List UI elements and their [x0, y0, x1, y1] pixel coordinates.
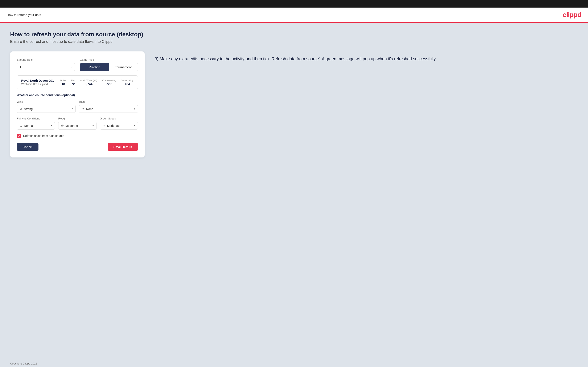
slope-rating-value: 134 — [121, 82, 133, 86]
fairway-dropdown-left: ⊙ Normal — [19, 124, 34, 128]
yards-value: 6,744 — [80, 82, 97, 86]
green-chevron-icon: ▾ — [134, 124, 135, 127]
wind-dropdown[interactable]: ≋ Strong ▾ — [17, 105, 76, 113]
fairway-label: Fairway Conditions — [17, 117, 55, 120]
rain-dropdown[interactable]: ✦ None ▾ — [79, 105, 138, 113]
starting-hole-select-wrapper: 1 2 10 ▾ — [17, 63, 75, 71]
form-actions: Cancel Save Details — [17, 143, 138, 151]
main-content: How to refresh your data from source (de… — [0, 23, 588, 359]
green-value: Moderate — [107, 124, 120, 127]
game-type-label: Game Type — [80, 58, 138, 61]
course-rating-label: Course rating — [102, 79, 116, 82]
checkmark-icon: ✓ — [18, 134, 20, 138]
refresh-checkbox-row: ✓ Refresh shots from data source — [17, 134, 138, 138]
save-button[interactable]: Save Details — [108, 143, 138, 151]
rain-chevron-icon: ▾ — [134, 108, 135, 110]
top-bar — [0, 0, 588, 8]
wind-value: Strong — [24, 107, 33, 111]
copyright: Copyright Clippd 2022 — [10, 362, 37, 365]
rain-label: Rain — [79, 100, 138, 103]
refresh-checkbox[interactable]: ✓ — [17, 134, 21, 138]
side-text: 3) Make any extra edits necessary to the… — [155, 51, 578, 62]
green-group: Green Speed ◎ Moderate ▾ — [100, 117, 138, 130]
par-value: 72 — [71, 82, 75, 86]
footer: Copyright Clippd 2022 — [0, 359, 588, 367]
game-type-buttons: Practice Tournament — [80, 63, 138, 71]
stat-yards: Yards/White (M)) 6,744 — [80, 79, 97, 86]
par-label: Par — [71, 79, 75, 82]
course-name-location: Royal North Devon GC, Westward Ho!, Engl… — [21, 79, 54, 86]
conditions-section-title: Weather and course conditions (optional) — [17, 93, 138, 97]
wind-label: Wind — [17, 100, 76, 103]
wind-group: Wind ≋ Strong ▾ — [17, 100, 76, 113]
header-title: How to refresh your data — [7, 13, 41, 17]
course-name: Royal North Devon GC, — [21, 79, 54, 82]
rough-group: Rough ⊕ Moderate ▾ — [58, 117, 96, 130]
rough-label: Rough — [58, 117, 96, 120]
stat-par: Par 72 — [71, 79, 75, 86]
starting-hole-game-type-row: Starting Hole 1 2 10 ▾ Game Type Practic… — [17, 58, 138, 71]
tournament-button[interactable]: Tournament — [109, 63, 138, 71]
page-title: How to refresh your data from source (de… — [10, 31, 578, 38]
fairway-group: Fairway Conditions ⊙ Normal ▾ — [17, 117, 55, 130]
cancel-button[interactable]: Cancel — [17, 143, 38, 151]
course-rating-value: 72.5 — [102, 82, 116, 86]
content-area: Starting Hole 1 2 10 ▾ Game Type Practic… — [10, 51, 578, 158]
fairway-dropdown[interactable]: ⊙ Normal ▾ — [17, 122, 55, 130]
starting-hole-select[interactable]: 1 2 10 — [17, 63, 75, 71]
form-panel: Starting Hole 1 2 10 ▾ Game Type Practic… — [10, 51, 145, 158]
green-dropdown-left: ◎ Moderate — [103, 124, 120, 128]
slope-rating-label: Slope rating — [121, 79, 133, 82]
stat-holes: Holes 18 — [60, 79, 66, 86]
wind-chevron-icon: ▾ — [72, 108, 73, 110]
game-type-group: Game Type Practice Tournament — [80, 58, 138, 71]
starting-hole-label: Starting Hole — [17, 58, 75, 61]
rough-dropdown[interactable]: ⊕ Moderate ▾ — [58, 122, 96, 130]
practice-button[interactable]: Practice — [80, 63, 109, 71]
rough-chevron-icon: ▾ — [93, 124, 94, 127]
wind-rain-row: Wind ≋ Strong ▾ Rain ✦ None — [17, 100, 138, 113]
rough-icon: ⊕ — [61, 124, 64, 128]
rain-dropdown-left: ✦ None — [82, 107, 93, 111]
refresh-label: Refresh shots from data source — [23, 134, 64, 138]
yards-label: Yards/White (M)) — [80, 79, 97, 82]
side-text-paragraph: 3) Make any extra edits necessary to the… — [155, 56, 578, 62]
wind-dropdown-left: ≋ Strong — [19, 107, 33, 111]
header: How to refresh your data clippd — [0, 8, 588, 23]
holes-label: Holes — [60, 79, 66, 82]
rough-value: Moderate — [65, 124, 78, 127]
rain-value: None — [86, 107, 93, 111]
course-info-box: Royal North Devon GC, Westward Ho!, Engl… — [17, 75, 138, 89]
page-subtitle: Ensure the correct and most up to date d… — [10, 40, 578, 44]
wind-icon: ≋ — [19, 107, 22, 111]
green-label: Green Speed — [100, 117, 138, 120]
rain-icon: ✦ — [82, 107, 85, 111]
fairway-icon: ⊙ — [19, 124, 22, 128]
fairway-chevron-icon: ▾ — [51, 124, 52, 127]
fairway-value: Normal — [24, 124, 34, 127]
course-location: Westward Ho!, England — [21, 83, 54, 86]
green-icon: ◎ — [103, 124, 105, 128]
starting-hole-group: Starting Hole 1 2 10 ▾ — [17, 58, 75, 71]
rain-group: Rain ✦ None ▾ — [79, 100, 138, 113]
fairway-rough-green-row: Fairway Conditions ⊙ Normal ▾ Rough ⊕ — [17, 117, 138, 130]
logo: clippd — [563, 11, 581, 19]
rough-dropdown-left: ⊕ Moderate — [61, 124, 78, 128]
course-stats: Holes 18 Par 72 Yards/White (M)) 6,744 C… — [60, 79, 133, 86]
stat-course-rating: Course rating 72.5 — [102, 79, 116, 86]
green-dropdown[interactable]: ◎ Moderate ▾ — [100, 122, 138, 130]
stat-slope-rating: Slope rating 134 — [121, 79, 133, 86]
holes-value: 18 — [60, 82, 66, 86]
